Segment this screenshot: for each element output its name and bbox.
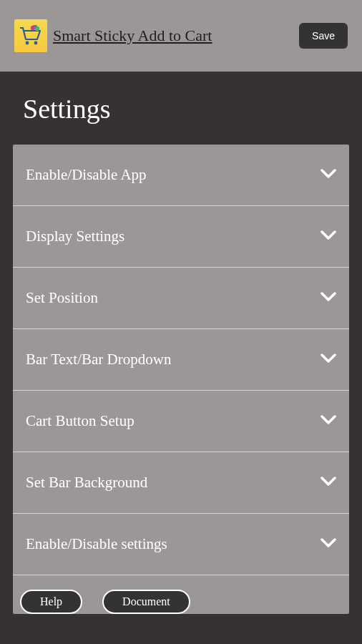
help-button[interactable]: Help xyxy=(20,590,82,614)
header-left: Smart Sticky Add to Cart xyxy=(14,19,212,52)
chevron-down-icon xyxy=(321,415,336,428)
accordion-label: Cart Button Setup xyxy=(26,412,134,430)
accordion-item-bar-text[interactable]: Bar Text/Bar Dropdown xyxy=(13,329,349,391)
accordion-item-set-position[interactable]: Set Position xyxy=(13,268,349,329)
accordion-label: Display Settings xyxy=(26,228,124,245)
chevron-down-icon xyxy=(321,477,336,489)
accordion-item-enable-settings[interactable]: Enable/Disable settings xyxy=(13,514,349,575)
save-button[interactable]: Save xyxy=(299,23,348,49)
chevron-down-icon xyxy=(321,353,336,366)
accordion-label: Set Position xyxy=(26,289,98,307)
app-logo-icon xyxy=(14,19,47,52)
chevron-down-icon xyxy=(321,230,336,243)
chevron-down-icon xyxy=(321,292,336,305)
header-bar: Smart Sticky Add to Cart Save xyxy=(0,0,362,72)
document-button[interactable]: Document xyxy=(102,590,190,614)
chevron-down-icon xyxy=(321,169,336,182)
accordion-item-bar-background[interactable]: Set Bar Background xyxy=(13,452,349,514)
app-title-link[interactable]: Smart Sticky Add to Cart xyxy=(53,26,212,45)
svg-point-0 xyxy=(26,42,29,45)
cart-icon xyxy=(19,25,43,47)
accordion-label: Set Bar Background xyxy=(26,474,147,492)
chevron-down-icon xyxy=(321,538,336,551)
footer-buttons: Help Document xyxy=(13,575,349,614)
accordion-label: Bar Text/Bar Dropdown xyxy=(26,351,171,369)
accordion-item-cart-button[interactable]: Cart Button Setup xyxy=(13,391,349,452)
accordion-item-display-settings[interactable]: Display Settings xyxy=(13,206,349,268)
settings-accordion: Enable/Disable App Display Settings Set … xyxy=(13,145,349,614)
svg-point-1 xyxy=(34,42,38,45)
main-content: Settings Enable/Disable App Display Sett… xyxy=(0,72,362,644)
accordion-label: Enable/Disable App xyxy=(26,166,147,184)
accordion-label: Enable/Disable settings xyxy=(26,535,167,553)
page-title: Settings xyxy=(23,93,349,125)
accordion-item-enable-app[interactable]: Enable/Disable App xyxy=(13,145,349,206)
